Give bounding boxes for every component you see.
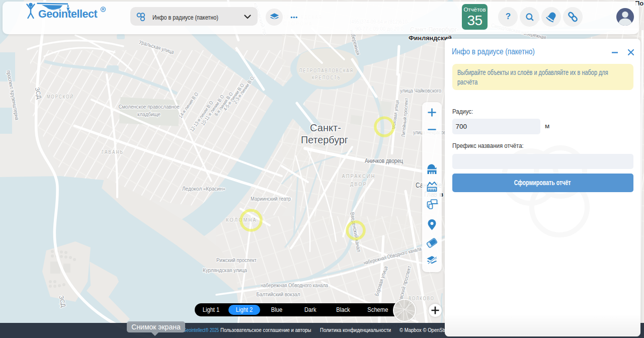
svg-text:набережная Обводного канала: набережная Обводного канала: [261, 282, 329, 288]
svg-text:Geointellect: Geointellect: [38, 8, 97, 20]
svg-text:кладбище: кладбище: [137, 111, 160, 117]
svg-text:ДВОР: ДВОР: [350, 181, 367, 187]
svg-text:ПЕТРОПАВЛОВСКАЯ: ПЕТРОПАВЛОВСКАЯ: [299, 67, 354, 73]
svg-text:Балтийский вокзал: Балтийский вокзал: [257, 291, 300, 297]
svg-text:Смоленское православное: Смоленское православное: [119, 104, 180, 110]
svg-text:КРЕПОСТЬ: КРЕПОСТЬ: [312, 74, 341, 80]
svg-text:Санкт-: Санкт-: [310, 122, 341, 133]
svg-text:Ледокол «Красин»: Ледокол «Красин»: [182, 186, 225, 192]
svg-text:МОРСКОЙ: МОРСКОЙ: [47, 94, 74, 100]
svg-text:улица Чайковского: улица Чайковского: [400, 88, 441, 94]
svg-text:R: R: [102, 8, 104, 11]
svg-text:Аничков дворец: Аничков дворец: [365, 157, 403, 164]
svg-text:Петербург: Петербург: [301, 134, 348, 145]
svg-text:Мариинский театр: Мариинский театр: [251, 196, 291, 202]
svg-text:Курляндская улица: Курляндская улица: [203, 267, 248, 273]
svg-text:ГАВАНЬ: ГАВАНЬ: [102, 149, 124, 155]
svg-text:АПРАКСИН: АПРАКСИН: [342, 173, 376, 179]
svg-text:ВОЛКОВО: ВОЛКОВО: [409, 295, 435, 301]
svg-text:Рижский проспект: Рижский проспект: [216, 257, 257, 263]
